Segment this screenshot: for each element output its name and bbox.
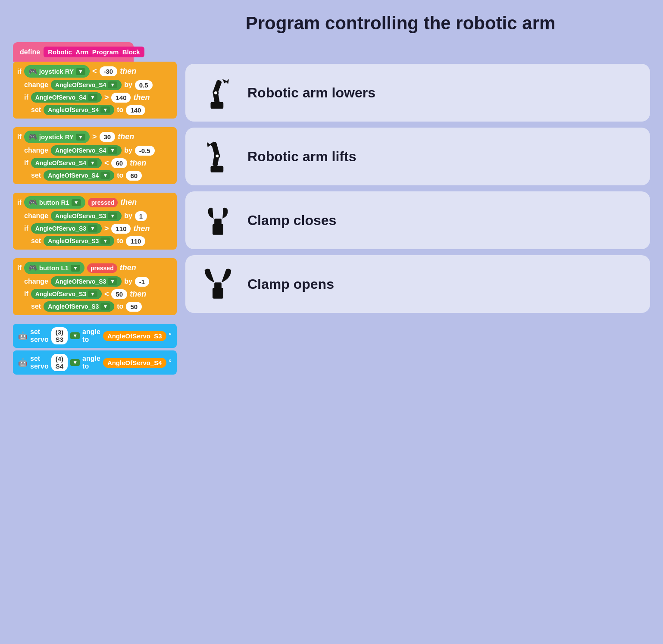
deg-1: ° xyxy=(169,332,172,340)
dropdown-2[interactable]: ▼ xyxy=(76,134,85,141)
inner-val-3: 110 xyxy=(111,224,131,234)
code-panel: define Robotic_Arm_Program_Block if 🎮 jo… xyxy=(13,42,177,377)
servo-var-label-4: AngleOfServo_S3 xyxy=(55,278,106,285)
by-val-4: -1 xyxy=(135,277,149,287)
set-var-4: AngleOfServo_S3 ▼ xyxy=(44,301,114,312)
inner-op-1: > xyxy=(104,93,109,102)
change-row-3: change AngleOfServo_S3 ▼ by 1 xyxy=(24,211,172,221)
to-kw-1: to xyxy=(117,106,123,114)
arm-lift-text: Robotic arm lifts xyxy=(247,149,356,165)
inner-then-4: then xyxy=(130,290,146,299)
svg-marker-13 xyxy=(207,142,211,147)
set-servo-kw-1: set servo xyxy=(30,328,49,344)
set-var-label-3: AngleOfServo_S3 xyxy=(48,238,99,244)
svg-point-4 xyxy=(214,91,217,94)
inner-dropdown-3[interactable]: ▼ xyxy=(88,225,97,232)
joystick-icon-4: 🎮 xyxy=(28,264,37,272)
change-row-2: change AngleOfServo_S4 ▼ by -0.5 xyxy=(24,145,172,156)
desc-card-open: Clamp opens xyxy=(185,255,650,313)
inner-var-4: AngleOfServo_S3 ▼ xyxy=(31,289,102,299)
joystick-icon-2: 🎮 xyxy=(28,133,37,141)
by-val-2: -0.5 xyxy=(135,146,155,156)
set-dropdown-3[interactable]: ▼ xyxy=(100,238,110,244)
if-kw-3: if xyxy=(17,199,22,206)
if-row-1: if 🎮 joystick RY ▼ < -30 then xyxy=(17,65,172,78)
inner-if-kw-4: if xyxy=(24,290,28,298)
then-1: then xyxy=(120,67,136,76)
main-layout: define Robotic_Arm_Program_Block if 🎮 jo… xyxy=(13,42,650,377)
var-dropdown-1[interactable]: ▼ xyxy=(108,81,117,88)
section-lift: if 🎮 joystick RY ▼ > 30 then change Angl… xyxy=(13,127,177,184)
set-var-1: AngleOfServo_S4 ▼ xyxy=(44,105,114,115)
set-dropdown-2[interactable]: ▼ xyxy=(100,172,110,179)
inner-dropdown-2[interactable]: ▼ xyxy=(88,159,97,166)
dropdown-4[interactable]: ▼ xyxy=(71,265,80,272)
servo-dd-2[interactable]: ▼ xyxy=(70,359,80,366)
set-row-3: set AngleOfServo_S3 ▼ to 110 xyxy=(31,236,172,246)
servo-var-1: AngleOfServo_S4 ▼ xyxy=(51,80,122,90)
svg-rect-17 xyxy=(214,282,222,290)
set-var-label-4: AngleOfServo_S3 xyxy=(48,303,99,310)
dropdown-3[interactable]: ▼ xyxy=(72,199,81,206)
servo-dd-1[interactable]: ▼ xyxy=(70,332,80,339)
clamp-open-icon xyxy=(198,265,237,303)
inner-if-row-2: if AngleOfServo_S4 ▼ < 60 then xyxy=(24,158,172,168)
inner-if-row-4: if AngleOfServo_S3 ▼ < 50 then xyxy=(24,289,172,299)
var-dropdown-2[interactable]: ▼ xyxy=(108,147,117,154)
inner-if-kw-2: if xyxy=(24,159,28,167)
op-1: < xyxy=(92,67,97,76)
angle-kw-2: angle to xyxy=(82,355,100,370)
define-block: define Robotic_Arm_Program_Block xyxy=(13,42,134,62)
clamp-close-text: Clamp closes xyxy=(247,213,336,228)
set-row-2: set AngleOfServo_S4 ▼ to 60 xyxy=(31,170,172,181)
set-var-2: AngleOfServo_S4 ▼ xyxy=(44,170,114,181)
set-var-label-1: AngleOfServo_S4 xyxy=(48,106,99,113)
deg-2: ° xyxy=(169,359,172,366)
page-title: Program controlling the robotic arm xyxy=(151,13,650,34)
then-2: then xyxy=(118,132,134,141)
inner-dropdown-4[interactable]: ▼ xyxy=(88,291,97,297)
var-dropdown-4[interactable]: ▼ xyxy=(108,278,117,285)
desc-card-lift: Robotic arm lifts xyxy=(185,128,650,185)
joystick-label-2: joystick RY xyxy=(39,133,74,141)
set-row-4: set AngleOfServo_S3 ▼ to 50 xyxy=(31,301,172,312)
servo-var-label-3: AngleOfServo_S3 xyxy=(55,213,106,219)
var-dropdown-3[interactable]: ▼ xyxy=(108,213,117,219)
joystick-icon-3: 🎮 xyxy=(28,198,37,206)
if-row-4: if 🎮 button L1 ▼ pressed then xyxy=(17,262,172,274)
set-dropdown-4[interactable]: ▼ xyxy=(100,303,110,310)
define-label: define xyxy=(20,48,40,56)
change-row-4: change AngleOfServo_S3 ▼ by -1 xyxy=(24,276,172,287)
svg-rect-15 xyxy=(214,219,222,226)
if-row-2: if 🎮 joystick RY ▼ > 30 then xyxy=(17,131,172,143)
servo-num-2: (4) S4 xyxy=(51,354,68,371)
svg-point-11 xyxy=(216,154,219,157)
inner-dropdown-1[interactable]: ▼ xyxy=(88,94,97,101)
by-val-3: 1 xyxy=(135,211,147,221)
joystick-icon-1: 🎮 xyxy=(28,67,37,75)
set-kw-4: set xyxy=(31,303,41,310)
by-val-1: 0.5 xyxy=(135,80,153,90)
servo-var-label-2: AngleOfServo_S4 xyxy=(55,147,106,154)
inner-then-2: then xyxy=(130,159,146,168)
servo-var-label-1: AngleOfServo_S4 xyxy=(55,81,106,88)
inner-op-3: > xyxy=(104,224,109,233)
clamp-close-icon xyxy=(198,201,237,240)
set-row-1: set AngleOfServo_S4 ▼ to 140 xyxy=(31,105,172,115)
inner-var-1: AngleOfServo_S4 ▼ xyxy=(31,92,102,103)
joystick-pill-1: 🎮 joystick RY ▼ xyxy=(24,65,90,78)
set-dropdown-1[interactable]: ▼ xyxy=(100,106,110,113)
dropdown-1[interactable]: ▼ xyxy=(76,68,85,75)
by-kw-1: by xyxy=(124,81,132,89)
blue-block-1: 🤖 set servo (3) S3 ▼ angle to AngleOfSer… xyxy=(13,324,177,348)
button-pill-3: 🎮 button R1 ▼ xyxy=(24,196,85,209)
blue-block-2: 🤖 set servo (4) S4 ▼ angle to AngleOfSer… xyxy=(13,350,177,375)
inner-val-4: 50 xyxy=(111,289,127,299)
angle-kw-1: angle to xyxy=(82,328,100,344)
by-kw-2: by xyxy=(124,147,132,154)
svg-rect-7 xyxy=(210,166,223,172)
desc-card-lower: Robotic arm lowers xyxy=(185,64,650,122)
if-kw-4: if xyxy=(17,264,22,272)
change-kw-4: change xyxy=(24,278,48,285)
inner-op-2: < xyxy=(104,159,109,168)
